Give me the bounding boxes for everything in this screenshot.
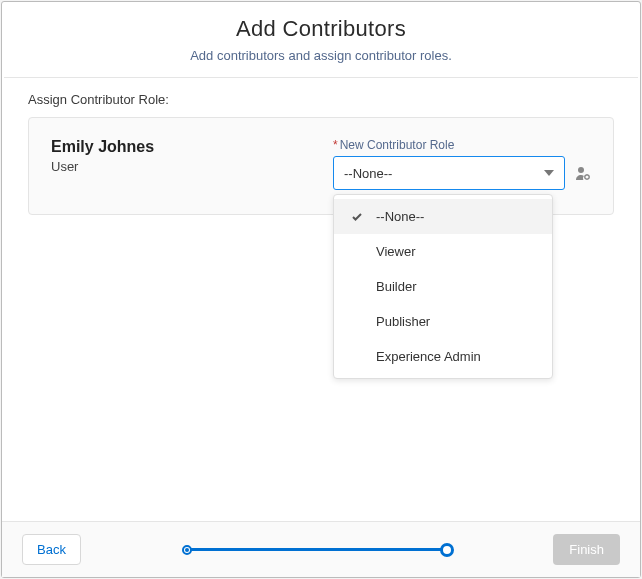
- modal-footer: Back Finish: [2, 521, 640, 577]
- role-select[interactable]: --None--: [333, 156, 565, 190]
- chevron-down-icon: [544, 170, 554, 176]
- user-settings-icon[interactable]: [575, 165, 591, 181]
- role-select-wrap: --None-- --None--: [333, 156, 591, 190]
- option-none[interactable]: --None--: [334, 199, 552, 234]
- option-label: Viewer: [376, 244, 416, 259]
- role-label-text: New Contributor Role: [340, 138, 455, 152]
- finish-button[interactable]: Finish: [553, 534, 620, 565]
- check-placeholder: [350, 350, 364, 364]
- back-button[interactable]: Back: [22, 534, 81, 565]
- progress-track: [187, 548, 447, 551]
- option-label: Experience Admin: [376, 349, 481, 364]
- check-icon: [350, 210, 364, 224]
- modal-title: Add Contributors: [12, 16, 630, 42]
- role-select-value: --None--: [344, 166, 392, 181]
- contributor-name: Emily Johnes: [51, 138, 309, 156]
- modal-header: Add Contributors Add contributors and as…: [2, 2, 640, 75]
- option-publisher[interactable]: Publisher: [334, 304, 552, 339]
- required-marker: *: [333, 138, 338, 152]
- contributor-type: User: [51, 159, 309, 174]
- option-viewer[interactable]: Viewer: [334, 234, 552, 269]
- modal-subtitle: Add contributors and assign contributor …: [12, 48, 630, 63]
- modal-body: Assign Contributor Role: Emily Johnes Us…: [2, 78, 640, 521]
- role-field-label: *New Contributor Role: [333, 138, 591, 152]
- svg-point-0: [578, 167, 584, 173]
- option-builder[interactable]: Builder: [334, 269, 552, 304]
- contributor-info: Emily Johnes User: [51, 138, 309, 174]
- role-dropdown: --None-- Viewer Builder Publisher: [333, 194, 553, 379]
- check-placeholder: [350, 315, 364, 329]
- option-experience-admin[interactable]: Experience Admin: [334, 339, 552, 374]
- option-label: Publisher: [376, 314, 430, 329]
- option-label: --None--: [376, 209, 424, 224]
- contributor-card: Emily Johnes User *New Contributor Role …: [28, 117, 614, 215]
- option-label: Builder: [376, 279, 416, 294]
- role-field: *New Contributor Role --None--: [333, 138, 591, 190]
- check-placeholder: [350, 245, 364, 259]
- add-contributors-modal: Add Contributors Add contributors and as…: [1, 1, 641, 578]
- progress-step-1: [182, 545, 192, 555]
- check-placeholder: [350, 280, 364, 294]
- progress-step-2: [440, 543, 454, 557]
- section-label: Assign Contributor Role:: [28, 92, 614, 107]
- progress-indicator: [81, 540, 553, 560]
